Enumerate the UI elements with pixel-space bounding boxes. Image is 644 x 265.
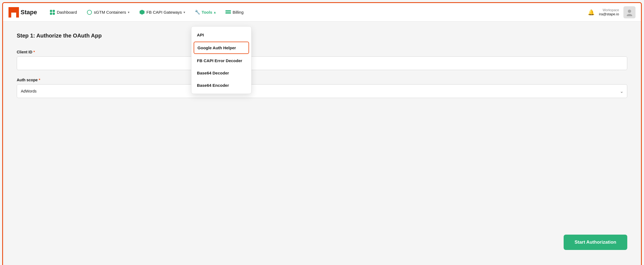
nav-items: Dashboard sGTM Containers ▾ FB CAPI Gate… — [46, 7, 588, 17]
notifications-icon[interactable]: 🔔 — [588, 9, 595, 16]
client-id-input[interactable] — [17, 56, 627, 70]
svg-point-5 — [627, 14, 632, 16]
start-authorization-button[interactable]: Start Authorization — [564, 235, 627, 250]
nav-item-fb-capi[interactable]: FB CAPI Gateways ▾ — [135, 7, 189, 17]
fb-capi-icon — [139, 10, 145, 15]
svg-marker-1 — [11, 10, 19, 18]
client-id-group: Client ID * — [17, 50, 627, 70]
nav-item-sgtm[interactable]: sGTM Containers ▾ — [83, 7, 133, 17]
dashboard-icon — [50, 10, 55, 15]
svg-rect-3 — [225, 12, 231, 14]
client-id-label: Client ID * — [17, 50, 627, 54]
svg-point-4 — [628, 10, 631, 13]
chevron-down-icon-fb: ▾ — [183, 10, 185, 14]
nav-right: 🔔 Workspace ira@stape.io — [588, 6, 635, 18]
nav-item-billing[interactable]: Billing — [222, 7, 247, 17]
billing-icon — [225, 10, 231, 15]
avatar-icon — [626, 8, 633, 16]
avatar[interactable] — [623, 6, 635, 18]
nav-label-billing: Billing — [233, 10, 244, 15]
workspace-email: ira@stape.io — [599, 12, 619, 16]
dropdown-item-base64-encoder[interactable]: Base64 Encoder — [191, 79, 251, 91]
auth-scope-select[interactable]: AdWords Analytics Search Console YouTube — [17, 84, 627, 98]
navbar: Stape Dashboard sGTM Containers ▾ — [3, 3, 641, 22]
dropdown-item-api[interactable]: API — [191, 29, 251, 41]
nav-label-tools: Tools — [202, 10, 212, 15]
nav-item-tools[interactable]: 🔧 Tools ▴ API Google Auth Helper FB CAPI… — [191, 8, 219, 17]
dropdown-item-google-auth-helper[interactable]: Google Auth Helper — [194, 42, 249, 54]
logo-icon — [9, 7, 19, 18]
sgtm-icon — [87, 10, 92, 15]
auth-scope-select-wrapper: AdWords Analytics Search Console YouTube… — [17, 84, 627, 98]
auth-scope-label: Auth scope * — [17, 78, 627, 82]
nav-label-sgtm: sGTM Containers — [94, 10, 126, 15]
auth-scope-required: * — [39, 78, 40, 82]
client-id-required: * — [33, 50, 35, 54]
svg-rect-2 — [225, 10, 231, 11]
main-content: Step 1: Authorize the OAuth App Client I… — [3, 22, 641, 265]
dropdown-item-fb-capi-error-decoder[interactable]: FB CAPI Error Decoder — [191, 54, 251, 67]
auth-scope-group: Auth scope * AdWords Analytics Search Co… — [17, 78, 627, 98]
nav-item-dashboard[interactable]: Dashboard — [46, 7, 81, 17]
logo-text: Stape — [21, 9, 37, 16]
tools-icon: 🔧 — [195, 10, 200, 15]
chevron-down-icon: ▾ — [128, 10, 129, 14]
dropdown-item-base64-decoder[interactable]: Base64 Decoder — [191, 67, 251, 79]
chevron-up-icon: ▴ — [214, 10, 216, 14]
tools-dropdown: API Google Auth Helper FB CAPI Error Dec… — [191, 26, 252, 94]
page-title: Step 1: Authorize the OAuth App — [17, 33, 627, 39]
logo[interactable]: Stape — [9, 7, 37, 18]
nav-label-dashboard: Dashboard — [57, 10, 77, 15]
workspace-label: Workspace — [599, 8, 619, 12]
workspace-info: Workspace ira@stape.io — [599, 8, 619, 16]
nav-label-fb-capi: FB CAPI Gateways — [146, 10, 182, 15]
